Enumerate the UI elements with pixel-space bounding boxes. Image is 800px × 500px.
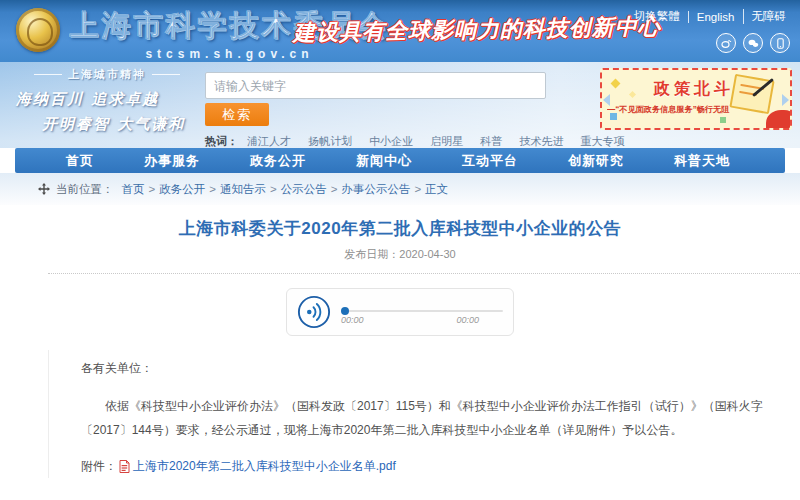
dotted-divider: [48, 273, 800, 275]
wechat-icon[interactable]: [743, 33, 763, 53]
banner-decoration: [720, 117, 726, 123]
policy-banner[interactable]: 政策北斗 —“不见面政务信息服务”畅行无阻: [600, 68, 792, 130]
english-link[interactable]: English: [688, 11, 743, 23]
hot-words-row: 热词： 浦江人才 扬帆计划 中小企业 启明星 科普 技术先进 重大专项: [205, 134, 597, 149]
breadcrumb-separator: >: [149, 183, 156, 195]
search-input[interactable]: [205, 72, 546, 99]
accessibility-link[interactable]: 无障碍: [743, 9, 795, 24]
breadcrumb-link-notices[interactable]: 通知告示: [220, 182, 266, 197]
breadcrumb-separator: >: [414, 183, 421, 195]
city-spirit-heading: 上海城市精神: [14, 67, 200, 82]
audio-times: 00:00 00:00: [341, 315, 479, 325]
move-icon: [38, 183, 50, 195]
audio-player: 00:00 00:00: [286, 288, 514, 336]
breadcrumb: 当前位置： 首页 > 政务公开 > 通知告示 > 公示公告 > 办事公示公告 >…: [0, 173, 800, 205]
nav-item-science[interactable]: 科普天地: [649, 152, 755, 170]
banner-prev-arrow-icon[interactable]: [603, 94, 610, 106]
article-title: 上海市科委关于2020年第二批入库科技型中小企业的公告: [60, 217, 740, 240]
audio-progress-slider[interactable]: [341, 310, 503, 312]
city-spirit-line-2: 开明睿智 大气谦和: [14, 115, 200, 134]
nav-item-innovation[interactable]: 创新研究: [543, 152, 649, 170]
search-area: 检索 热词： 浦江人才 扬帆计划 中小企业 启明星 科普 技术先进 重大专项: [205, 72, 597, 149]
site-url: stcsm.sh.gov.cn: [62, 47, 397, 61]
top-links: 切换繁體 English 无障碍: [626, 9, 794, 24]
social-icons: [716, 33, 790, 53]
breadcrumb-link-gov[interactable]: 政务公开: [159, 182, 205, 197]
breadcrumb-separator: >: [209, 183, 216, 195]
nav-item-interaction[interactable]: 互动平台: [437, 152, 543, 170]
breadcrumb-separator: >: [270, 183, 277, 195]
salutation: 各有关单位：: [81, 356, 766, 380]
publish-date-label: 发布日期：: [344, 248, 399, 260]
header-slogan: 建设具有全球影响力的科技创新中心: [293, 12, 661, 48]
nav-item-home[interactable]: 首页: [41, 152, 119, 170]
weibo-icon[interactable]: [716, 33, 736, 53]
nav-item-services[interactable]: 办事服务: [119, 152, 225, 170]
article-paragraph: 依据《科技型中小企业评价办法》（国科发政〔2017〕115号）和《科技型中小企业…: [81, 394, 766, 442]
breadcrumb-current: 正文: [425, 182, 448, 197]
mid-band: 上海城市精神 海纳百川 追求卓越 开明睿智 大气谦和 检索 热词： 浦江人才 扬…: [0, 62, 800, 148]
hot-word-link[interactable]: 中小企业: [369, 135, 413, 147]
audio-play-icon[interactable]: [297, 295, 331, 329]
attachment-label: 附件：: [81, 454, 117, 478]
hot-word-link[interactable]: 浦江人才: [247, 135, 291, 147]
main-nav: 首页 办事服务 政务公开 新闻中心 互动平台 创新研究 科普天地: [15, 148, 785, 173]
pdf-icon: [119, 460, 130, 473]
switch-traditional-link[interactable]: 切换繁體: [626, 9, 688, 24]
publish-date-line: 发布日期：2020-04-30: [0, 247, 800, 262]
site-header: 上海市科学技术委员会 stcsm.sh.gov.cn 建设具有全球影响力的科技创…: [0, 0, 800, 62]
hot-word-link[interactable]: 启明星: [430, 135, 463, 147]
audio-total-time: 00:00: [456, 315, 479, 325]
hot-words-label: 热词：: [205, 135, 238, 147]
city-spirit-line-1: 海纳百川 追求卓越: [14, 90, 200, 109]
audio-current-time: 00:00: [341, 315, 364, 325]
search-button[interactable]: 检索: [205, 103, 269, 126]
attachment-link[interactable]: 上海市2020年第二批入库科技型中小企业名单.pdf: [133, 454, 396, 478]
audio-track: 00:00 00:00: [341, 300, 503, 325]
hot-word-link[interactable]: 扬帆计划: [308, 135, 352, 147]
breadcrumb-separator: >: [331, 183, 338, 195]
divider-line: [152, 74, 180, 75]
city-spirit-block: 上海城市精神 海纳百川 追求卓越 开明睿智 大气谦和: [14, 67, 200, 134]
hot-word-link[interactable]: 技术先进: [519, 135, 563, 147]
article-body: 各有关单位： 依据《科技型中小企业评价办法》（国科发政〔2017〕115号）和《…: [48, 350, 800, 478]
banner-next-arrow-icon[interactable]: [782, 94, 789, 106]
breadcrumb-label: 当前位置：: [56, 182, 114, 197]
mobile-icon[interactable]: [770, 33, 790, 53]
hot-word-link[interactable]: 科普: [480, 135, 502, 147]
audio-progress-handle[interactable]: [341, 307, 349, 315]
nav-item-news[interactable]: 新闻中心: [331, 152, 437, 170]
banner-decoration: [629, 91, 636, 98]
nav-item-gov-affairs[interactable]: 政务公开: [225, 152, 331, 170]
publish-date: 2020-04-30: [399, 248, 455, 260]
city-spirit-title: 上海城市精神: [68, 67, 146, 82]
hot-word-link[interactable]: 重大专项: [580, 135, 624, 147]
article-content: 上海市科委关于2020年第二批入库科技型中小企业的公告 发布日期：2020-04…: [0, 205, 800, 500]
breadcrumb-link-service-announcements[interactable]: 办事公示公告: [341, 182, 410, 197]
breadcrumb-link-home[interactable]: 首页: [122, 182, 145, 197]
banner-subtitle: —“不见面政务信息服务”畅行无阻: [607, 104, 783, 116]
breadcrumb-link-announcements[interactable]: 公示公告: [281, 182, 327, 197]
banner-decoration: [611, 79, 621, 89]
attachment-row: 附件： 上海市2020年第二批入库科技型中小企业名单.pdf: [81, 454, 766, 478]
site-logo: [16, 8, 60, 52]
divider-line: [34, 74, 62, 75]
